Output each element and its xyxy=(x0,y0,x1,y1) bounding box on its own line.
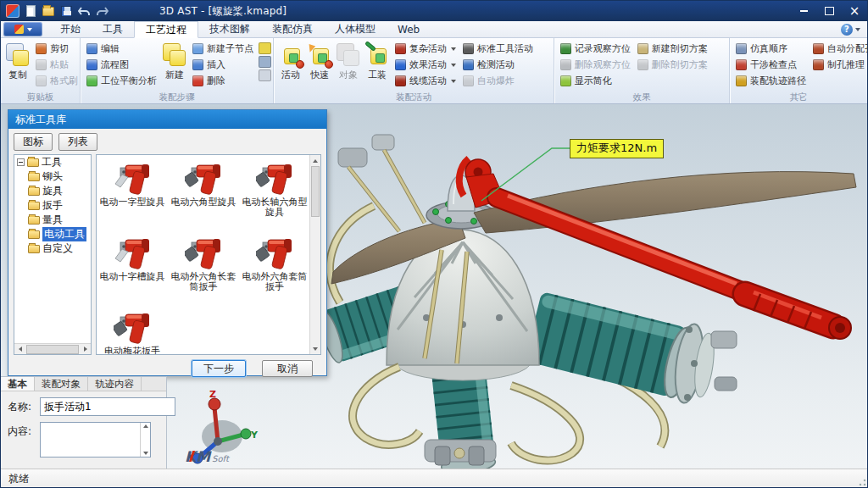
copy-button[interactable]: 复制 xyxy=(3,41,32,82)
tool-item-socket-wrench[interactable]: 电动外六角套筒扳手 xyxy=(239,230,310,304)
help-icon[interactable] xyxy=(841,24,853,36)
format-painter-button[interactable]: 格式刷 xyxy=(32,73,81,89)
tab-assembly-simulation[interactable]: 装配仿真 xyxy=(261,21,324,37)
delete-section-plan-button[interactable]: 删除剖切方案 xyxy=(634,57,711,73)
flowchart-button[interactable]: 流程图 xyxy=(83,57,160,73)
icon-view-button[interactable]: 图标 xyxy=(14,133,53,151)
help-area xyxy=(841,21,867,37)
auto-explode-button[interactable]: 自动爆炸 xyxy=(459,73,537,89)
delete-button[interactable]: 删除 xyxy=(189,73,257,89)
tool-item-slotted-driver[interactable]: 电动一字型旋具 xyxy=(97,155,168,230)
scrollbar-thumb[interactable] xyxy=(26,345,79,354)
textarea-scrollbar[interactable] xyxy=(140,423,150,457)
layout-grid-dropdown-icon[interactable] xyxy=(259,42,271,54)
new-section-plan-button[interactable]: 新建剖切方案 xyxy=(634,41,711,57)
tool-item-torx-wrench[interactable]: 电动梅花扳手 xyxy=(97,304,168,355)
tooling-button[interactable]: 工装 xyxy=(363,41,392,82)
save-icon[interactable] xyxy=(59,4,73,18)
cut-button[interactable]: 剪切 xyxy=(32,41,81,57)
chevron-down-icon[interactable] xyxy=(855,28,860,31)
activity-button[interactable]: 活动 xyxy=(276,41,305,82)
tree-item-custom[interactable]: 自定义 xyxy=(14,241,91,256)
display-simplification-button[interactable]: 显示简化 xyxy=(557,73,634,89)
tree-item-root[interactable]: 工具 xyxy=(14,155,91,169)
name-input[interactable] xyxy=(40,397,175,416)
list-view-button[interactable]: 列表 xyxy=(58,133,97,151)
scroll-right-icon[interactable] xyxy=(80,344,91,354)
detection-activity-button[interactable]: 检测活动 xyxy=(459,57,537,73)
tab-process[interactable]: 工艺过程 xyxy=(134,21,198,38)
interference-check-point-button[interactable]: 干涉检查点 xyxy=(732,57,810,73)
electric-wrench-icon xyxy=(114,308,151,346)
tab-technical-illustration[interactable]: 技术图解 xyxy=(198,21,261,37)
auto-assign-holes-button[interactable]: 自动分配孔位 xyxy=(810,41,868,57)
tool-item-hex-driver[interactable]: 电动六角型旋具 xyxy=(168,155,239,230)
record-view-orientation-button[interactable]: 记录观察方位 xyxy=(557,41,634,57)
tree-horizontal-scrollbar[interactable] xyxy=(14,343,91,354)
scrollbar-thumb[interactable] xyxy=(311,166,320,217)
tool-item-long-socket-wrench[interactable]: 电动外六角长套筒扳手 xyxy=(168,230,239,304)
standard-tool-activity-button[interactable]: 标准工具活动 xyxy=(459,41,537,57)
tab-trajectory-content[interactable]: 轨迹内容 xyxy=(88,377,142,391)
object-button[interactable]: 对象 xyxy=(334,41,363,82)
tab-assembly-object[interactable]: 装配对象 xyxy=(35,377,88,391)
grid-vertical-scrollbar[interactable] xyxy=(309,155,320,354)
tool-item-phillips-driver[interactable]: 电动十字槽旋具 xyxy=(97,230,168,304)
resize-grip-icon[interactable] xyxy=(858,478,866,486)
paste-button[interactable]: 粘贴 xyxy=(32,57,81,73)
new-step-button[interactable]: 新建 xyxy=(160,41,189,82)
dialog-titlebar[interactable]: 标准工具库 xyxy=(8,110,326,129)
insert-button[interactable]: 插入 xyxy=(189,57,257,73)
open-file-icon[interactable] xyxy=(42,4,55,18)
hole-making-inference-button[interactable]: 制孔推理 xyxy=(810,57,868,73)
close-button[interactable] xyxy=(842,1,867,21)
scroll-up-icon[interactable] xyxy=(310,155,320,166)
new-child-node-button[interactable]: 新建子节点 xyxy=(189,41,257,57)
app-logo-icon[interactable] xyxy=(6,4,19,18)
ribbon-group-assembly-steps: 编辑 流程图 工位平衡分析 新建 新建子节点 插入 删除 xyxy=(81,38,274,103)
simulation-order-button[interactable]: 仿真顺序 xyxy=(732,41,810,57)
tree-item-wrenches[interactable]: 扳手 xyxy=(14,198,91,213)
delete-view-orientation-button[interactable]: 删除观察方位 xyxy=(557,57,634,73)
tree-link-icon[interactable] xyxy=(259,56,271,68)
complex-activity-button[interactable]: 复杂活动 xyxy=(392,41,459,57)
cancel-button[interactable]: 取消 xyxy=(262,360,313,377)
tab-web[interactable]: Web xyxy=(387,21,431,37)
cable-activity-button[interactable]: 线缆活动 xyxy=(392,73,459,89)
scroll-up-icon[interactable] xyxy=(143,424,148,428)
tree-item-screwdrivers[interactable]: 旋具 xyxy=(14,184,91,198)
scroll-down-icon[interactable] xyxy=(143,452,148,455)
effect-activity-button[interactable]: 效果活动 xyxy=(392,57,459,73)
tree-item-rivet-heads[interactable]: 铆头 xyxy=(14,169,91,184)
application-menu-button[interactable] xyxy=(3,22,42,36)
content-textarea[interactable] xyxy=(40,422,151,458)
tree-item-electric-tools[interactable]: 电动工具 xyxy=(14,227,91,241)
maximize-button[interactable] xyxy=(816,1,842,21)
tool-item-long-shaft-hex-driver[interactable]: 电动长轴六角型旋具 xyxy=(239,155,310,230)
tab-home[interactable]: 开始 xyxy=(49,21,92,37)
delete-icon xyxy=(192,75,203,86)
torque-annotation[interactable]: 力矩要求12N.m xyxy=(570,139,664,158)
3d-viewport[interactable]: Z Y 力矩要求12N.m KM Soft 标准工具库 图标 列表 xyxy=(1,104,868,469)
collapse-icon[interactable] xyxy=(17,158,25,166)
interference-check-icon xyxy=(736,59,747,70)
station-balance-analysis-button[interactable]: 工位平衡分析 xyxy=(83,73,160,89)
edit-button[interactable]: 编辑 xyxy=(83,41,160,57)
tab-human-model[interactable]: 人体模型 xyxy=(324,21,387,37)
tree-unlink-icon[interactable] xyxy=(259,69,271,81)
window-title: 3D AST - [螺旋桨.kmapd] xyxy=(159,4,287,19)
tool-category-tree[interactable]: 工具 铆头 旋具 扳手 量具 电动工具 自定义 xyxy=(14,154,92,355)
redo-icon[interactable] xyxy=(95,4,108,18)
scroll-left-icon[interactable] xyxy=(14,344,25,354)
minimize-button[interactable] xyxy=(791,1,816,21)
tab-basic[interactable]: 基本 xyxy=(1,377,35,391)
assembly-trajectory-path-button[interactable]: 装配轨迹路径 xyxy=(732,73,810,89)
scroll-down-icon[interactable] xyxy=(310,343,320,354)
tab-tools[interactable]: 工具 xyxy=(92,21,134,37)
tree-item-measuring-tools[interactable]: 量具 xyxy=(14,213,91,227)
new-document-icon[interactable] xyxy=(24,4,37,18)
folder-icon xyxy=(28,230,40,239)
undo-icon[interactable] xyxy=(77,4,91,18)
next-step-button[interactable]: 下一步 xyxy=(192,360,246,377)
quick-activity-button[interactable]: 快速 xyxy=(305,41,334,82)
